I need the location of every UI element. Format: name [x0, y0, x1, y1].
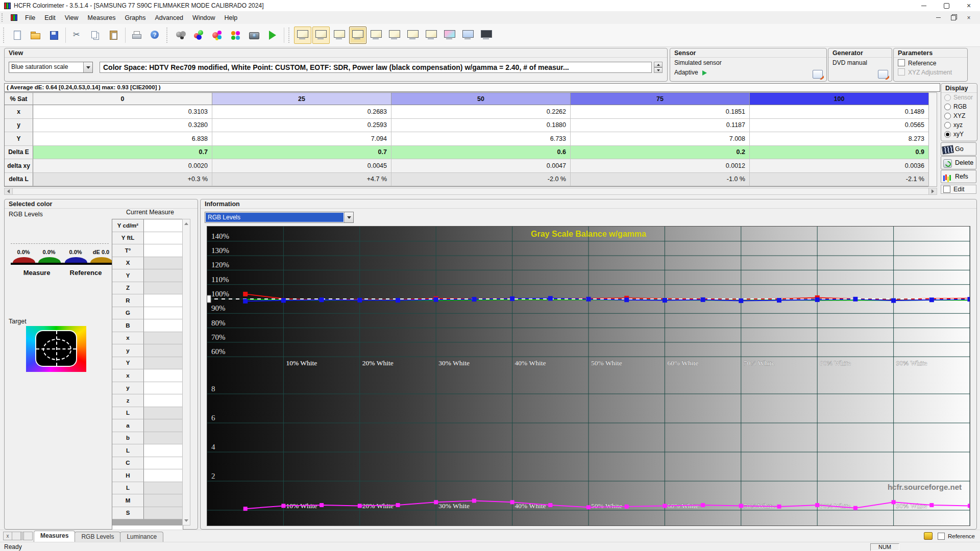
measure-cell[interactable]: 6.838 [33, 132, 212, 146]
measure-cell[interactable]: 0.0045 [212, 159, 391, 173]
scale-select-arrow-icon[interactable] [83, 62, 92, 72]
measure-cell[interactable]: 0.2593 [212, 119, 391, 133]
measure-cell[interactable]: 0.2683 [212, 105, 391, 119]
graph-cie-chromaticity-button[interactable] [368, 27, 385, 44]
graph-luminance-button[interactable] [294, 27, 311, 44]
measure-cell[interactable]: +4.7 % [212, 173, 391, 187]
tab-scroll-right-button[interactable] [22, 532, 32, 540]
measure-cell[interactable]: 0.2262 [391, 105, 571, 119]
scroll-left-button[interactable] [5, 188, 13, 194]
print-button[interactable] [128, 27, 145, 44]
graph-fullscreen-button[interactable] [478, 27, 495, 44]
measure-cell[interactable]: 7.094 [212, 132, 391, 146]
measure-cell[interactable]: 0.0012 [571, 159, 750, 173]
cut-button[interactable] [68, 27, 86, 44]
edit-checkbox-row[interactable]: Edit [941, 185, 976, 194]
graph-delta-e-button[interactable] [386, 27, 403, 44]
spinner-up-button[interactable] [654, 62, 663, 67]
measure-cell[interactable]: 0.9 [750, 146, 929, 160]
paste-button[interactable] [105, 27, 122, 44]
display-option-rgb[interactable]: RGB [941, 102, 977, 111]
measure-cell[interactable]: 0.0047 [391, 159, 571, 173]
graph-spectrum-button[interactable] [441, 27, 458, 44]
maximize-button[interactable] [935, 0, 958, 11]
graph-select[interactable]: RGB Levels [205, 212, 354, 223]
measure-cell[interactable]: +0.3 % [33, 173, 212, 187]
graph-history-button[interactable] [459, 27, 477, 44]
measure-cell[interactable]: 0.1851 [571, 105, 750, 119]
reference-checkbox[interactable] [898, 59, 905, 66]
menu-advanced[interactable]: Advanced [150, 12, 188, 23]
tab-luminance[interactable]: Luminance [120, 532, 163, 542]
reference-toggle-row[interactable]: Reference [938, 533, 975, 540]
edit-checkbox[interactable] [943, 186, 950, 193]
open-document-button[interactable] [27, 27, 44, 44]
close-button[interactable]: × [958, 0, 980, 11]
measure-cell[interactable]: -2.1 % [750, 173, 929, 187]
scroll-up-icon[interactable] [184, 220, 188, 225]
measure-cell[interactable]: 6.733 [391, 132, 571, 146]
measure-cell[interactable]: 0.7 [212, 146, 391, 160]
sensor-configure-button[interactable] [813, 70, 823, 79]
measure-grayscale-button[interactable] [172, 27, 189, 44]
measure-primaries-button[interactable] [190, 27, 208, 44]
menu-graphs[interactable]: Graphs [120, 12, 150, 23]
graph-rgb-levels-button[interactable] [331, 27, 348, 44]
reference-checkbox-row[interactable]: Reference [898, 59, 936, 67]
measure-cell[interactable]: 0.0565 [750, 119, 929, 133]
minimize-button[interactable] [913, 0, 935, 11]
snapshot-button[interactable] [246, 27, 263, 44]
measure-cell[interactable]: 0.3103 [33, 105, 212, 119]
graph-gamma-button[interactable] [312, 27, 330, 44]
tab-measures[interactable]: Measures [34, 531, 75, 542]
save-document-button[interactable] [45, 27, 63, 44]
measure-cell[interactable]: -2.0 % [391, 173, 571, 187]
table-vertical-scrollbar[interactable] [928, 92, 937, 187]
tab-scroll-left-button[interactable] [13, 532, 22, 540]
current-measure-scrollbar[interactable] [182, 219, 190, 525]
about-button[interactable] [146, 27, 164, 44]
measure-cell[interactable]: 0.1489 [750, 105, 929, 119]
measure-colorchecker-button[interactable] [227, 27, 244, 44]
graph-sat-luminance-button[interactable] [404, 27, 422, 44]
mdi-close-button[interactable]: × [965, 14, 973, 21]
graph-color-temperature-button[interactable] [349, 27, 366, 44]
measure-cell[interactable]: -1.0 % [571, 173, 750, 187]
menu-edit[interactable]: Edit [40, 12, 60, 23]
scroll-down-icon[interactable] [184, 519, 188, 524]
run-measures-button[interactable] [264, 27, 281, 44]
refs-button[interactable]: Refs [941, 170, 976, 183]
measure-cell[interactable]: 0.0020 [33, 159, 212, 173]
mdi-restore-button[interactable] [949, 14, 958, 21]
go-button[interactable]: Go [941, 142, 976, 156]
reference-toggle-checkbox[interactable] [938, 533, 945, 540]
measure-cell[interactable]: 0.3280 [33, 119, 212, 133]
delete-button[interactable]: Delete [941, 156, 976, 169]
menu-measures[interactable]: Measures [83, 12, 120, 23]
display-option-xyy[interactable]: xyY [941, 130, 977, 139]
table-horizontal-scrollbar[interactable] [4, 188, 937, 195]
menu-window[interactable]: Window [188, 12, 219, 23]
copy-button[interactable] [87, 27, 104, 44]
scale-select[interactable]: Blue saturation scale [9, 62, 93, 73]
menu-help[interactable]: Help [220, 12, 242, 23]
measure-cell[interactable]: 8.273 [750, 132, 929, 146]
measure-cell[interactable]: 0.0036 [750, 159, 929, 173]
generator-configure-button[interactable] [878, 70, 888, 79]
new-document-button[interactable] [9, 27, 26, 44]
display-option-xyz[interactable]: XYZ [941, 111, 977, 120]
tab-close-button[interactable]: x [3, 532, 12, 540]
measure-saturations-button[interactable] [209, 27, 226, 44]
measure-cell[interactable]: 0.1187 [571, 119, 750, 133]
measure-cell[interactable]: 0.7 [33, 146, 212, 160]
mdi-minimize-button[interactable] [934, 14, 942, 21]
measure-cell[interactable]: 0.1880 [391, 119, 571, 133]
spinner-down-button[interactable] [654, 67, 663, 73]
measure-cell[interactable]: 0.6 [391, 146, 571, 160]
measure-cell[interactable]: 0.2 [571, 146, 750, 160]
graph-select-arrow-icon[interactable] [344, 212, 353, 222]
menu-file[interactable]: File [20, 12, 40, 23]
menu-view[interactable]: View [60, 12, 83, 23]
graph-contrast-button[interactable] [423, 27, 440, 44]
tab-rgb-levels[interactable]: RGB Levels [75, 532, 120, 542]
